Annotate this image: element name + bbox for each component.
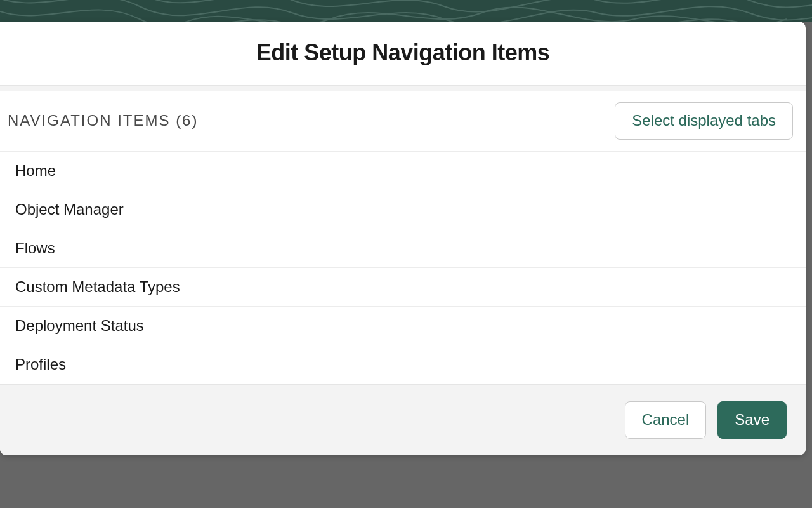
modal-backdrop: Edit Setup Navigation Items NAVIGATION I… — [0, 0, 812, 508]
navigation-item-label: Home — [15, 162, 56, 179]
navigation-item[interactable]: Flows — [0, 229, 806, 268]
modal-subheader: NAVIGATION ITEMS (6) Select displayed ta… — [0, 86, 806, 151]
navigation-items-count-label: NAVIGATION ITEMS (6) — [8, 112, 198, 130]
navigation-item[interactable]: Home — [0, 151, 806, 190]
navigation-item-label: Flows — [15, 239, 55, 257]
save-button[interactable]: Save — [717, 401, 787, 439]
header-background-pattern — [0, 0, 812, 22]
navigation-item-label: Object Manager — [15, 201, 124, 218]
navigation-item[interactable]: Object Manager — [0, 190, 806, 229]
modal-title: Edit Setup Navigation Items — [13, 39, 793, 66]
navigation-item-label: Custom Metadata Types — [15, 278, 180, 295]
modal-header: Edit Setup Navigation Items — [0, 22, 806, 86]
navigation-item[interactable]: Custom Metadata Types — [0, 268, 806, 307]
navigation-item-label: Profiles — [15, 356, 66, 373]
navigation-item[interactable]: Profiles — [0, 345, 806, 384]
edit-navigation-modal: Edit Setup Navigation Items NAVIGATION I… — [0, 22, 806, 455]
modal-footer: Cancel Save — [0, 384, 806, 455]
cancel-button[interactable]: Cancel — [625, 401, 707, 439]
navigation-item[interactable]: Deployment Status — [0, 307, 806, 345]
navigation-item-label: Deployment Status — [15, 317, 144, 334]
select-displayed-tabs-button[interactable]: Select displayed tabs — [615, 102, 793, 140]
navigation-items-list: Home Object Manager Flows Custom Metadat… — [0, 151, 806, 384]
